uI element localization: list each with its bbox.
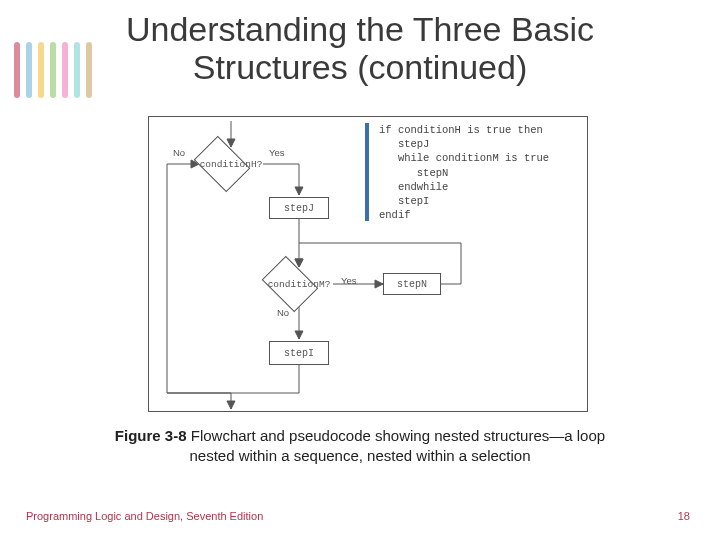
decision-condition-h-label: conditionH? xyxy=(199,159,263,170)
svg-marker-11 xyxy=(375,280,383,288)
process-step-j: stepJ xyxy=(269,197,329,219)
svg-marker-17 xyxy=(295,331,303,339)
edge-label-yes-m: Yes xyxy=(341,275,357,286)
edge-label-no-m: No xyxy=(277,307,289,318)
process-step-i: stepI xyxy=(269,341,329,365)
process-step-n: stepN xyxy=(383,273,441,295)
edge-label-no-h: No xyxy=(173,147,185,158)
footer-page-number: 18 xyxy=(678,510,690,522)
slide: Understanding the Three Basic Structures… xyxy=(0,0,720,540)
figure-caption: Figure 3-8 Flowchart and pseudocode show… xyxy=(110,426,610,465)
decision-condition-m-label: conditionM? xyxy=(265,279,333,290)
slide-title: Understanding the Three Basic Structures… xyxy=(0,10,720,86)
title-line-1: Understanding the Three Basic xyxy=(126,10,594,48)
footer-book-title: Programming Logic and Design, Seventh Ed… xyxy=(26,510,263,522)
svg-marker-7 xyxy=(295,187,303,195)
figure-container: if conditionH is true then stepJ while c… xyxy=(148,116,588,412)
title-line-2: Structures (continued) xyxy=(193,48,528,86)
figure-caption-label: Figure 3-8 xyxy=(115,427,187,444)
edge-label-yes-h: Yes xyxy=(269,147,285,158)
figure-caption-text: Flowchart and pseudocode showing nested … xyxy=(187,427,606,464)
svg-marker-22 xyxy=(227,401,235,409)
